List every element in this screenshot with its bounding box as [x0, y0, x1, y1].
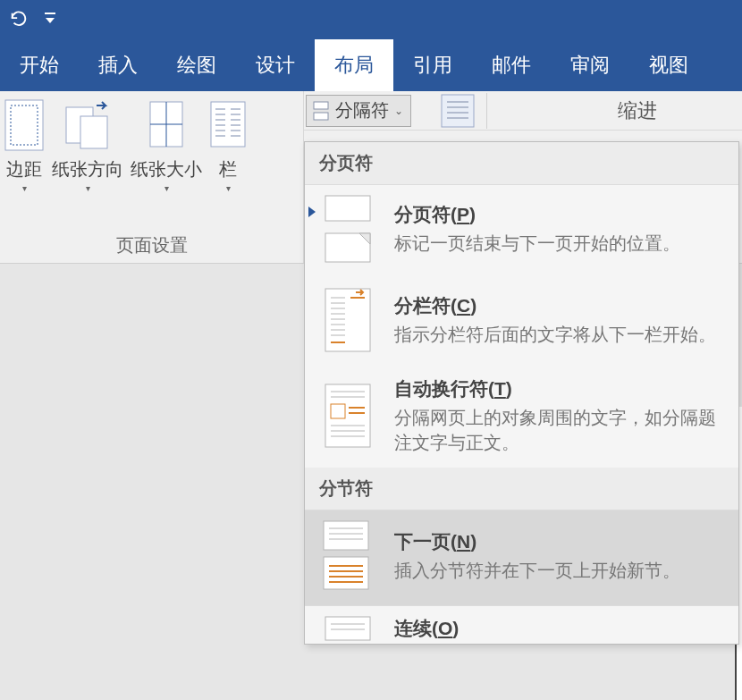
menu-item-desc: 插入分节符并在下一页上开始新节。: [394, 558, 726, 583]
group-page-setup-label: 页面设置: [0, 233, 303, 257]
tab-references[interactable]: 引用: [393, 39, 472, 91]
menu-item-desc: 标记一页结束与下一页开始的位置。: [394, 231, 726, 256]
orientation-icon: [61, 98, 114, 152]
menu-item-column-break[interactable]: 分栏符(C) 指示分栏符后面的文字将从下一栏开始。: [305, 276, 738, 367]
continuous-icon: [320, 615, 375, 642]
svg-rect-52: [324, 521, 368, 550]
tab-home[interactable]: 开始: [0, 39, 79, 91]
qat-customize-icon[interactable]: [45, 13, 55, 27]
menu-item-desc: 指示分栏符后面的文字将从下一栏开始。: [394, 322, 726, 347]
line-numbers-icon: [438, 93, 477, 129]
svg-rect-61: [325, 617, 370, 640]
menu-item-text-wrapping-break[interactable]: 自动换行符(T) 分隔网页上的对象周围的文字，如分隔题注文字与正文。: [305, 367, 738, 468]
ribbon-tabs: 开始 插入 绘图 设计 布局 引用 邮件 审阅 视图: [0, 39, 742, 91]
chevron-down-icon: ▾: [164, 183, 169, 193]
menu-item-title: 分页符(P): [394, 202, 726, 227]
columns-label: 栏: [219, 157, 237, 181]
page-break-icon: [320, 194, 375, 264]
tab-layout[interactable]: 布局: [315, 39, 393, 91]
section-header-page-breaks: 分页符: [305, 142, 738, 185]
next-page-icon: [318, 519, 377, 593]
breaks-dropdown-button[interactable]: 分隔符 ⌄: [306, 95, 411, 127]
menu-item-title: 分栏符(C): [394, 293, 726, 318]
chevron-down-icon: ⌄: [394, 105, 403, 117]
orientation-button[interactable]: 纸张方向 ▾: [48, 98, 127, 193]
margins-icon: [4, 98, 45, 152]
columns-icon: [209, 98, 247, 152]
margins-button[interactable]: 边距 ▾: [0, 98, 48, 193]
group-page-setup: 边距 ▾ 纸张方向 ▾ 纸张大小 ▾: [0, 91, 304, 263]
chevron-down-icon: ▾: [226, 183, 231, 193]
menu-item-title: 下一页(N): [394, 529, 726, 554]
section-header-section-breaks: 分节符: [305, 468, 738, 510]
breaks-icon: [312, 101, 330, 121]
svg-rect-56: [324, 557, 368, 589]
tab-view[interactable]: 视图: [629, 39, 708, 91]
menu-item-title: 自动换行符(T): [394, 376, 726, 401]
menu-item-continuous[interactable]: 连续(O): [305, 606, 738, 644]
size-button[interactable]: 纸张大小 ▾: [127, 98, 206, 193]
margins-label: 边距: [6, 157, 42, 181]
columns-button[interactable]: 栏 ▾: [206, 98, 250, 193]
svg-rect-24: [442, 95, 474, 127]
menu-item-desc: 分隔网页上的对象周围的文字，如分隔题注文字与正文。: [394, 405, 726, 455]
menu-item-page-break[interactable]: 分页符(P) 标记一页结束与下一页开始的位置。: [305, 185, 738, 276]
quick-access-toolbar: [0, 0, 742, 39]
svg-rect-23: [314, 113, 328, 120]
chevron-down-icon: ▾: [86, 183, 90, 193]
indent-group-label: 缩进: [603, 97, 657, 124]
current-marker-icon: [308, 207, 316, 217]
column-break-icon: [320, 285, 375, 355]
svg-rect-29: [325, 196, 370, 221]
breaks-dropdown-menu: 分页符 分页符(P) 标记一页结束与下一页开始的位置。: [304, 141, 739, 645]
text-wrap-break-icon: [320, 381, 375, 451]
breaks-label: 分隔符: [335, 98, 389, 122]
tab-review[interactable]: 审阅: [551, 39, 629, 91]
menu-item-next-page[interactable]: 下一页(N) 插入分节符并在下一页上开始新节。: [305, 510, 738, 605]
svg-rect-46: [331, 404, 345, 418]
undo-icon[interactable]: [9, 10, 29, 30]
svg-marker-1: [46, 18, 55, 23]
tab-mailings[interactable]: 邮件: [472, 39, 551, 91]
menu-item-title: 连续(O): [394, 616, 726, 641]
tab-design[interactable]: 设计: [236, 39, 315, 91]
orientation-label: 纸张方向: [52, 157, 123, 181]
svg-rect-5: [80, 116, 107, 148]
chevron-down-icon: ▾: [22, 183, 27, 193]
svg-rect-0: [45, 13, 55, 14]
tab-insert[interactable]: 插入: [79, 39, 157, 91]
size-label: 纸张大小: [131, 157, 202, 181]
tab-draw[interactable]: 绘图: [157, 39, 236, 91]
svg-rect-22: [314, 102, 328, 109]
size-icon: [145, 98, 188, 152]
